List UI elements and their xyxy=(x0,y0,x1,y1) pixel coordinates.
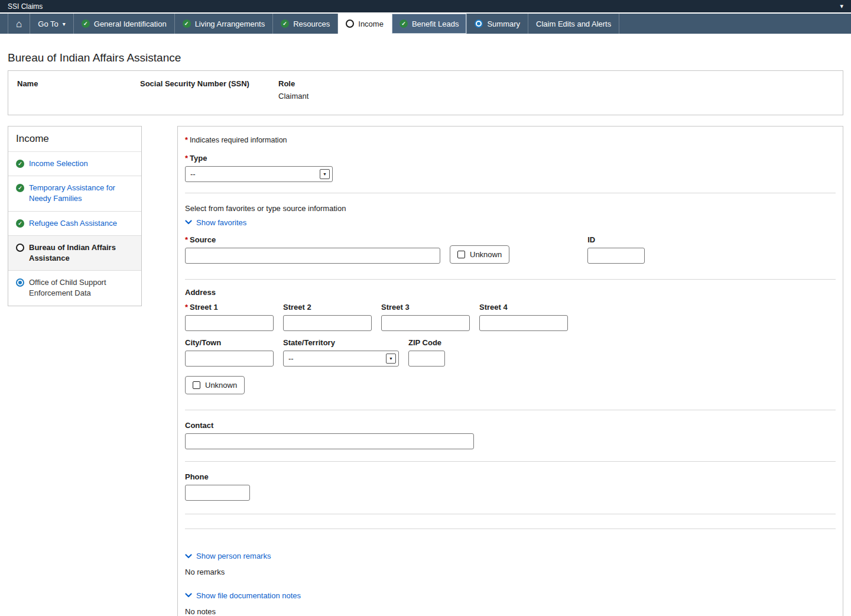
required-note-text: Indicates required information xyxy=(190,136,287,144)
source-label-text: Source xyxy=(190,235,216,244)
person-summary: Name Social Security Number (SSN) Role C… xyxy=(8,70,843,115)
source-input[interactable] xyxy=(185,248,440,264)
sidebar-item-bureau-of-indian-affairs[interactable]: Bureau of Indian Affairs Assistance xyxy=(8,236,141,271)
tab-claim-edits-and-alerts[interactable]: Claim Edits and Alerts xyxy=(528,14,619,34)
street2-input[interactable] xyxy=(283,315,372,331)
sidebar-item-label: Income Selection xyxy=(29,158,88,169)
select-arrow-icon: ▼ xyxy=(386,354,396,364)
chevron-down-icon xyxy=(185,220,192,225)
section-divider xyxy=(185,529,836,529)
ssn-label: Social Security Number (SSN) xyxy=(140,79,278,88)
sidebar-item-office-of-child-support[interactable]: Office of Child Support Enforcement Data xyxy=(8,271,141,305)
required-asterisk: * xyxy=(185,154,188,163)
tab-income[interactable]: Income xyxy=(338,14,392,34)
home-button[interactable]: ⌂ xyxy=(8,14,30,34)
contact-input[interactable] xyxy=(185,433,474,449)
tab-benefit-leads[interactable]: ✓ Benefit Leads xyxy=(392,14,467,34)
role-label: Role xyxy=(278,79,834,88)
sidebar-item-label: Refugee Cash Assistance xyxy=(29,218,117,229)
show-file-documentation-notes-label: Show file documentation notes xyxy=(196,591,301,600)
required-note: *Indicates required information xyxy=(185,136,836,144)
section-divider xyxy=(185,193,836,193)
phone-input[interactable] xyxy=(185,485,250,501)
role-value: Claimant xyxy=(278,92,834,100)
check-circle-icon: ✓ xyxy=(16,160,24,168)
show-file-documentation-notes-toggle[interactable]: Show file documentation notes xyxy=(185,591,301,600)
chevron-down-icon xyxy=(185,593,192,598)
sidebar-item-income-selection[interactable]: ✓ Income Selection xyxy=(8,152,141,176)
tab-label: Benefit Leads xyxy=(412,20,459,28)
street1-label-text: Street 1 xyxy=(190,303,218,312)
zip-input[interactable] xyxy=(408,351,445,367)
section-divider xyxy=(185,514,836,514)
show-person-remarks-toggle[interactable]: Show person remarks xyxy=(185,552,271,560)
zip-label: ZIP Code xyxy=(408,338,445,347)
name-label: Name xyxy=(17,79,140,88)
section-divider xyxy=(185,410,836,410)
show-favorites-toggle[interactable]: Show favorites xyxy=(185,218,246,227)
state-select[interactable]: -- ▼ xyxy=(283,351,399,367)
type-label: *Type xyxy=(185,154,333,163)
sidebar-item-refugee-cash-assistance[interactable]: ✓ Refugee Cash Assistance xyxy=(8,212,141,236)
address-unknown-group[interactable]: Unknown xyxy=(185,376,245,394)
unknown-checkbox-label: Unknown xyxy=(470,250,502,259)
income-form-card: *Indicates required information *Type --… xyxy=(177,126,843,616)
chevron-down-icon xyxy=(185,554,192,559)
type-select[interactable]: -- ▼ xyxy=(185,166,333,182)
app-title: SSI Claims xyxy=(8,2,43,11)
primary-nav: ⌂ Go To ▾ ✓ General Identification ✓ Liv… xyxy=(0,14,851,34)
tab-label: Summary xyxy=(487,20,520,28)
street1-input[interactable] xyxy=(185,315,274,331)
sidebar-item-label: Bureau of Indian Affairs Assistance xyxy=(29,242,134,264)
address-heading: Address xyxy=(185,288,836,297)
tab-summary[interactable]: Summary xyxy=(467,14,528,34)
street1-label: *Street 1 xyxy=(185,303,274,312)
city-label: City/Town xyxy=(185,338,274,347)
tab-label: Living Arrangements xyxy=(195,20,265,28)
current-step-circle-icon xyxy=(346,20,354,28)
id-input[interactable] xyxy=(587,248,645,264)
no-notes-text: No notes xyxy=(185,607,836,616)
source-unknown-group[interactable]: Unknown xyxy=(450,245,509,264)
unknown-checkbox-label: Unknown xyxy=(205,381,237,390)
in-progress-circle-icon xyxy=(16,278,24,287)
state-select-value: -- xyxy=(288,354,294,363)
check-circle-icon: ✓ xyxy=(82,20,90,28)
street3-input[interactable] xyxy=(381,315,470,331)
street2-label: Street 2 xyxy=(283,303,372,312)
sidebar-item-label: Temporary Assistance for Needy Families xyxy=(29,183,134,204)
section-divider xyxy=(185,461,836,462)
sidebar-item-tanf[interactable]: ✓ Temporary Assistance for Needy Familie… xyxy=(8,176,141,211)
street3-label: Street 3 xyxy=(381,303,470,312)
street4-input[interactable] xyxy=(479,315,568,331)
required-asterisk: * xyxy=(185,235,188,244)
street4-label: Street 4 xyxy=(479,303,568,312)
city-input[interactable] xyxy=(185,351,274,367)
page-body: Bureau of Indian Affairs Assistance Name… xyxy=(0,51,851,616)
unknown-checkbox[interactable] xyxy=(193,381,200,389)
check-circle-icon: ✓ xyxy=(281,20,289,28)
tab-label: General Identification xyxy=(94,20,167,28)
person-role-col: Role Claimant xyxy=(278,79,834,100)
income-sidebar: Income ✓ Income Selection ✓ Temporary As… xyxy=(8,126,142,306)
in-progress-circle-icon xyxy=(475,20,483,28)
app-header: SSI Claims ▾ xyxy=(0,0,851,12)
check-circle-icon: ✓ xyxy=(16,184,24,192)
sidebar-title: Income xyxy=(8,127,141,152)
sidebar-item-label: Office of Child Support Enforcement Data xyxy=(29,277,134,299)
section-divider xyxy=(185,279,836,280)
tab-general-identification[interactable]: ✓ General Identification xyxy=(74,14,175,34)
home-icon: ⌂ xyxy=(16,19,22,29)
page-title: Bureau of Indian Affairs Assistance xyxy=(8,51,843,64)
required-asterisk: * xyxy=(185,303,188,312)
goto-button[interactable]: Go To ▾ xyxy=(30,14,73,34)
main-column: *Indicates required information *Type --… xyxy=(177,126,843,616)
select-arrow-icon: ▼ xyxy=(320,169,330,179)
check-circle-icon: ✓ xyxy=(399,20,408,28)
caret-down-icon[interactable]: ▾ xyxy=(840,3,843,9)
caret-down-icon: ▾ xyxy=(63,21,66,27)
no-remarks-text: No remarks xyxy=(185,568,836,576)
tab-resources[interactable]: ✓ Resources xyxy=(273,14,338,34)
unknown-checkbox[interactable] xyxy=(457,251,465,258)
tab-living-arrangements[interactable]: ✓ Living Arrangements xyxy=(175,14,274,34)
